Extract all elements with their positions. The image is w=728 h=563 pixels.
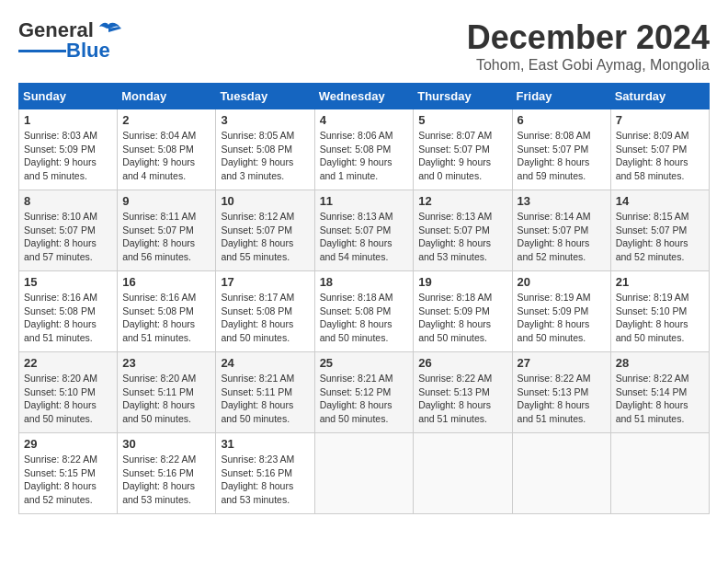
day-number: 22 <box>24 356 112 370</box>
weekday-header: Wednesday <box>314 84 414 109</box>
day-number: 25 <box>320 356 409 370</box>
day-number: 2 <box>122 113 210 127</box>
day-info: Sunrise: 8:10 AMSunset: 5:07 PMDaylight:… <box>24 211 97 262</box>
calendar-day-cell: 4 Sunrise: 8:06 AMSunset: 5:08 PMDayligh… <box>314 109 414 190</box>
calendar-day-cell: 3 Sunrise: 8:05 AMSunset: 5:08 PMDayligh… <box>216 109 314 190</box>
calendar-day-cell: 14 Sunrise: 8:15 AMSunset: 5:07 PMDaylig… <box>610 190 709 271</box>
calendar-day-cell: 19 Sunrise: 8:18 AMSunset: 5:09 PMDaylig… <box>414 271 512 352</box>
day-number: 20 <box>518 275 606 289</box>
title-block: December 2024 Tohom, East Gobi Aymag, Mo… <box>467 18 710 74</box>
day-info: Sunrise: 8:22 AMSunset: 5:13 PMDaylight:… <box>418 373 492 424</box>
day-info: Sunrise: 8:03 AMSunset: 5:09 PMDaylight:… <box>24 130 97 181</box>
day-number: 6 <box>518 113 606 127</box>
calendar-day-cell: 11 Sunrise: 8:13 AMSunset: 5:07 PMDaylig… <box>314 190 414 271</box>
calendar-day-cell: 25 Sunrise: 8:21 AMSunset: 5:12 PMDaylig… <box>314 352 414 433</box>
day-info: Sunrise: 8:22 AMSunset: 5:14 PMDaylight:… <box>616 373 689 424</box>
day-number: 1 <box>24 113 112 127</box>
day-info: Sunrise: 8:06 AMSunset: 5:08 PMDaylight:… <box>320 130 393 181</box>
day-info: Sunrise: 8:18 AMSunset: 5:09 PMDaylight:… <box>418 292 492 343</box>
day-number: 14 <box>616 194 704 208</box>
calendar-day-cell <box>314 433 414 514</box>
day-number: 15 <box>24 275 112 289</box>
calendar-week-row: 8 Sunrise: 8:10 AMSunset: 5:07 PMDayligh… <box>19 190 710 271</box>
day-info: Sunrise: 8:07 AMSunset: 5:07 PMDaylight:… <box>418 130 492 181</box>
weekday-header: Friday <box>512 84 610 109</box>
day-number: 11 <box>320 194 409 208</box>
day-info: Sunrise: 8:09 AMSunset: 5:07 PMDaylight:… <box>616 130 689 181</box>
calendar-day-cell: 8 Sunrise: 8:10 AMSunset: 5:07 PMDayligh… <box>19 190 118 271</box>
day-info: Sunrise: 8:20 AMSunset: 5:10 PMDaylight:… <box>24 373 97 424</box>
calendar-day-cell: 2 Sunrise: 8:04 AMSunset: 5:08 PMDayligh… <box>118 109 216 190</box>
day-info: Sunrise: 8:20 AMSunset: 5:11 PMDaylight:… <box>122 373 196 424</box>
calendar-day-cell: 1 Sunrise: 8:03 AMSunset: 5:09 PMDayligh… <box>19 109 118 190</box>
calendar-day-cell <box>610 433 709 514</box>
calendar-day-cell: 20 Sunrise: 8:19 AMSunset: 5:09 PMDaylig… <box>512 271 610 352</box>
calendar-week-row: 15 Sunrise: 8:16 AMSunset: 5:08 PMDaylig… <box>19 271 710 352</box>
day-number: 17 <box>221 275 309 289</box>
calendar-week-row: 29 Sunrise: 8:22 AMSunset: 5:15 PMDaylig… <box>19 433 710 514</box>
day-info: Sunrise: 8:14 AMSunset: 5:07 PMDaylight:… <box>518 211 591 262</box>
calendar-day-cell: 18 Sunrise: 8:18 AMSunset: 5:08 PMDaylig… <box>314 271 414 352</box>
day-info: Sunrise: 8:13 AMSunset: 5:07 PMDaylight:… <box>320 211 393 262</box>
calendar-day-cell: 21 Sunrise: 8:19 AMSunset: 5:10 PMDaylig… <box>610 271 709 352</box>
day-number: 24 <box>221 356 309 370</box>
day-number: 28 <box>616 356 704 370</box>
day-info: Sunrise: 8:08 AMSunset: 5:07 PMDaylight:… <box>518 130 591 181</box>
calendar-day-cell: 17 Sunrise: 8:17 AMSunset: 5:08 PMDaylig… <box>216 271 314 352</box>
day-info: Sunrise: 8:21 AMSunset: 5:11 PMDaylight:… <box>221 373 294 424</box>
weekday-header: Sunday <box>19 84 118 109</box>
day-info: Sunrise: 8:19 AMSunset: 5:10 PMDaylight:… <box>616 292 689 343</box>
calendar-day-cell: 30 Sunrise: 8:22 AMSunset: 5:16 PMDaylig… <box>118 433 216 514</box>
day-info: Sunrise: 8:05 AMSunset: 5:08 PMDaylight:… <box>221 130 294 181</box>
day-number: 26 <box>418 356 506 370</box>
day-number: 7 <box>616 113 704 127</box>
logo-bird-icon <box>96 21 121 40</box>
calendar-day-cell: 26 Sunrise: 8:22 AMSunset: 5:13 PMDaylig… <box>414 352 512 433</box>
day-info: Sunrise: 8:15 AMSunset: 5:07 PMDaylight:… <box>616 211 689 262</box>
day-number: 3 <box>221 113 309 127</box>
day-info: Sunrise: 8:23 AMSunset: 5:16 PMDaylight:… <box>221 454 294 505</box>
calendar-day-cell <box>414 433 512 514</box>
day-number: 27 <box>518 356 606 370</box>
calendar-day-cell: 31 Sunrise: 8:23 AMSunset: 5:16 PMDaylig… <box>216 433 314 514</box>
logo-blue-text: Blue <box>66 39 110 63</box>
day-number: 29 <box>24 437 112 451</box>
day-number: 4 <box>320 113 409 127</box>
day-number: 8 <box>24 194 112 208</box>
day-info: Sunrise: 8:22 AMSunset: 5:16 PMDaylight:… <box>122 454 196 505</box>
calendar-day-cell: 5 Sunrise: 8:07 AMSunset: 5:07 PMDayligh… <box>414 109 512 190</box>
logo: General Blue <box>18 18 121 63</box>
day-info: Sunrise: 8:19 AMSunset: 5:09 PMDaylight:… <box>518 292 591 343</box>
calendar-day-cell: 24 Sunrise: 8:21 AMSunset: 5:11 PMDaylig… <box>216 352 314 433</box>
calendar-week-row: 22 Sunrise: 8:20 AMSunset: 5:10 PMDaylig… <box>19 352 710 433</box>
day-info: Sunrise: 8:22 AMSunset: 5:13 PMDaylight:… <box>518 373 591 424</box>
calendar-day-cell: 9 Sunrise: 8:11 AMSunset: 5:07 PMDayligh… <box>118 190 216 271</box>
day-info: Sunrise: 8:12 AMSunset: 5:07 PMDaylight:… <box>221 211 294 262</box>
weekday-header: Monday <box>118 84 216 109</box>
calendar-day-cell: 22 Sunrise: 8:20 AMSunset: 5:10 PMDaylig… <box>19 352 118 433</box>
day-info: Sunrise: 8:16 AMSunset: 5:08 PMDaylight:… <box>24 292 97 343</box>
day-number: 9 <box>122 194 210 208</box>
calendar-day-cell: 10 Sunrise: 8:12 AMSunset: 5:07 PMDaylig… <box>216 190 314 271</box>
day-info: Sunrise: 8:04 AMSunset: 5:08 PMDaylight:… <box>122 130 196 181</box>
calendar-day-cell: 16 Sunrise: 8:16 AMSunset: 5:08 PMDaylig… <box>118 271 216 352</box>
day-number: 12 <box>418 194 506 208</box>
calendar-header-row: SundayMondayTuesdayWednesdayThursdayFrid… <box>19 84 710 109</box>
day-info: Sunrise: 8:21 AMSunset: 5:12 PMDaylight:… <box>320 373 393 424</box>
calendar-day-cell: 23 Sunrise: 8:20 AMSunset: 5:11 PMDaylig… <box>118 352 216 433</box>
weekday-header: Thursday <box>414 84 512 109</box>
day-info: Sunrise: 8:11 AMSunset: 5:07 PMDaylight:… <box>122 211 196 262</box>
day-info: Sunrise: 8:17 AMSunset: 5:08 PMDaylight:… <box>221 292 294 343</box>
calendar-day-cell: 28 Sunrise: 8:22 AMSunset: 5:14 PMDaylig… <box>610 352 709 433</box>
day-number: 21 <box>616 275 704 289</box>
calendar-day-cell: 12 Sunrise: 8:13 AMSunset: 5:07 PMDaylig… <box>414 190 512 271</box>
day-number: 16 <box>122 275 210 289</box>
month-title: December 2024 <box>467 18 710 57</box>
day-info: Sunrise: 8:13 AMSunset: 5:07 PMDaylight:… <box>418 211 492 262</box>
weekday-header: Saturday <box>610 84 709 109</box>
weekday-header: Tuesday <box>216 84 314 109</box>
day-number: 31 <box>221 437 309 451</box>
calendar-table: SundayMondayTuesdayWednesdayThursdayFrid… <box>18 83 710 514</box>
calendar-week-row: 1 Sunrise: 8:03 AMSunset: 5:09 PMDayligh… <box>19 109 710 190</box>
day-number: 19 <box>418 275 506 289</box>
